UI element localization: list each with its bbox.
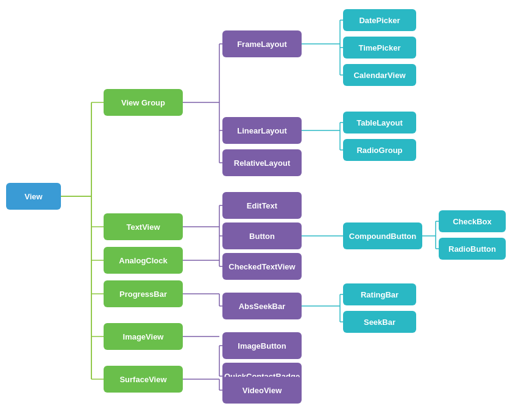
node-framelayout: FrameLayout xyxy=(222,30,302,57)
node-timepicker: TimePicker xyxy=(343,37,416,59)
node-checkbox: CheckBox xyxy=(439,210,506,232)
node-calendarview: CalendarView xyxy=(343,64,416,86)
node-edittext: EditText xyxy=(222,192,302,219)
node-absseekbar: AbsSeekBar xyxy=(222,293,302,319)
node-compoundbutton: CompoundButton xyxy=(343,222,422,249)
node-seekbar: SeekBar xyxy=(343,311,416,333)
node-ratingbar: RatingBar xyxy=(343,283,416,305)
node-datepicker: DatePicker xyxy=(343,9,416,31)
node-progressbar: ProgressBar xyxy=(104,280,183,307)
node-radiobutton: RadioButton xyxy=(439,238,506,260)
node-textview: TextView xyxy=(104,213,183,240)
node-button: Button xyxy=(222,222,302,249)
node-imageview: ImageView xyxy=(104,323,183,350)
diagram: ViewView GroupTextViewAnalogClockProgres… xyxy=(0,0,510,420)
node-radiogroup: RadioGroup xyxy=(343,139,416,161)
node-tablelayout: TableLayout xyxy=(343,112,416,133)
node-analogclock: AnalogClock xyxy=(104,247,183,274)
node-linearlayout: LinearLayout xyxy=(222,117,302,144)
node-relativelayout: RelativeLayout xyxy=(222,149,302,176)
node-surfaceview: SurfaceView xyxy=(104,366,183,393)
node-viewgroup: View Group xyxy=(104,89,183,116)
node-videoview: VideoView xyxy=(222,377,302,404)
node-imagebutton: ImageButton xyxy=(222,332,302,359)
node-view: View xyxy=(6,183,61,210)
node-checkedtextview: CheckedTextView xyxy=(222,253,302,280)
